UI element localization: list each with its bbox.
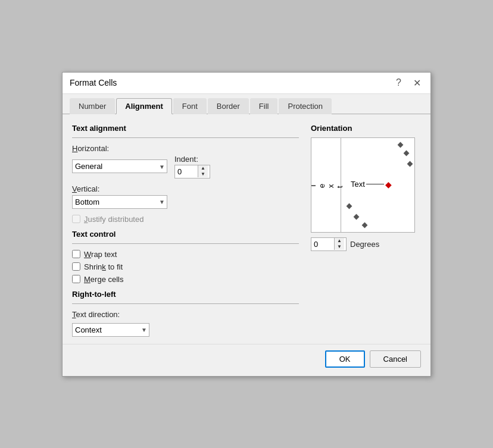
- tab-bar: Number Alignment Font Border Fill Protec…: [63, 94, 430, 114]
- horizontal-select[interactable]: General Left Center Right Fill Justify C…: [72, 159, 167, 173]
- indent-up-button[interactable]: ▲: [198, 165, 208, 171]
- orient-left: Text: [311, 138, 341, 232]
- alignment-divider: [72, 137, 299, 138]
- text-direction-label: Text direction:: [72, 310, 299, 319]
- title-bar: Format Cells ? ✕: [63, 73, 430, 94]
- vertical-select-wrapper: Top Center Bottom Justify Distributed ▼: [72, 195, 167, 209]
- merge-cells-label: Merge cells: [84, 275, 123, 284]
- shrink-to-fit-row: Shrink to fit: [72, 262, 299, 271]
- horizontal-group: Horizontal: General Left Center Right Fi…: [72, 144, 299, 178]
- tab-alignment[interactable]: Alignment: [116, 98, 172, 114]
- horizontal-select-wrapper: General Left Center Right Fill Justify C…: [72, 159, 167, 173]
- title-bar-controls: ? ✕: [394, 77, 423, 89]
- degrees-spinner: ▲ ▼: [311, 237, 347, 251]
- close-button[interactable]: ✕: [411, 77, 423, 89]
- red-diamond-icon: ◆: [385, 180, 392, 189]
- dot-4: [347, 203, 352, 209]
- tab-protection[interactable]: Protection: [279, 98, 332, 114]
- shrink-to-fit-label: Shrink to fit: [84, 262, 123, 271]
- shrink-to-fit-checkbox[interactable]: [72, 262, 80, 271]
- dot-5: [354, 214, 360, 220]
- indent-group: Indent: ▲ ▼: [174, 155, 210, 178]
- indent-spinner-buttons: ▲ ▼: [198, 165, 208, 177]
- text-control-divider: [72, 243, 299, 244]
- text-direction-select[interactable]: Context Left-to-Right Right-to-Left: [72, 323, 149, 337]
- text-line-bar: [366, 184, 384, 184]
- tab-border[interactable]: Border: [208, 98, 249, 114]
- justify-distributed-row: Justify distributed: [72, 215, 299, 224]
- merge-cells-checkbox[interactable]: [72, 275, 80, 283]
- vertical-text-label: Text: [311, 181, 344, 188]
- dot-3: [407, 161, 413, 167]
- text-alignment-title: Text alignment: [72, 124, 299, 133]
- format-cells-dialog: Format Cells ? ✕ Number Alignment Font B…: [62, 72, 431, 377]
- vertical-group: Vertical: Top Center Bottom Justify Dist…: [72, 184, 299, 209]
- orientation-panel: Orientation Text Text ◆: [311, 124, 421, 337]
- tab-font[interactable]: Font: [173, 98, 207, 114]
- vertical-select[interactable]: Top Center Bottom Justify Distributed: [72, 195, 167, 209]
- rtl-title: Right-to-left: [72, 290, 299, 299]
- degrees-up-button[interactable]: ▲: [335, 238, 344, 244]
- rtl-divider: [72, 303, 299, 304]
- orientation-title: Orientation: [311, 124, 421, 133]
- text-control-title: Text control: [72, 230, 299, 239]
- help-button[interactable]: ?: [394, 77, 404, 88]
- cancel-button[interactable]: Cancel: [370, 350, 421, 368]
- dialog-footer: OK Cancel: [63, 344, 430, 376]
- angled-text-line: Text ◆: [351, 180, 392, 189]
- degrees-row: ▲ ▼ Degrees: [311, 237, 421, 251]
- text-direction-select-wrapper: Context Left-to-Right Right-to-Left ▼: [72, 323, 149, 337]
- wrap-text-label: Wrap text: [84, 250, 117, 259]
- tab-content: Text alignment Horizontal: General Left …: [63, 114, 430, 344]
- wrap-text-row: Wrap text: [72, 250, 299, 259]
- dot-2: [404, 150, 410, 156]
- degrees-input[interactable]: [311, 238, 334, 250]
- ok-button[interactable]: OK: [325, 350, 365, 368]
- orientation-box: Text Text ◆: [311, 137, 415, 233]
- degrees-spinner-buttons: ▲ ▼: [334, 238, 344, 250]
- horizontal-select-row: General Left Center Right Fill Justify C…: [72, 155, 299, 178]
- dot-6: [362, 222, 368, 228]
- indent-input[interactable]: [175, 165, 198, 178]
- angled-text-label: Text: [351, 180, 365, 189]
- orient-right: Text ◆: [341, 138, 414, 232]
- degrees-label: Degrees: [350, 240, 379, 249]
- text-control-section: Text control Wrap text Shrink to fit: [72, 230, 299, 284]
- tab-fill[interactable]: Fill: [250, 98, 278, 114]
- indent-down-button[interactable]: ▼: [198, 171, 208, 177]
- degrees-down-button[interactable]: ▼: [335, 244, 344, 250]
- horizontal-label: Horizontal:: [72, 144, 299, 153]
- right-to-left-section: Right-to-left Text direction: Context Le…: [72, 290, 299, 337]
- tab-number[interactable]: Number: [70, 98, 115, 114]
- vertical-label: Vertical:: [72, 184, 299, 193]
- left-panel: Text alignment Horizontal: General Left …: [72, 124, 299, 337]
- indent-label: Indent:: [174, 155, 198, 164]
- wrap-text-checkbox[interactable]: [72, 250, 80, 258]
- indent-spinner: ▲ ▼: [174, 165, 210, 178]
- dialog-title: Format Cells: [70, 78, 117, 87]
- justify-distributed-checkbox[interactable]: [72, 215, 80, 223]
- dot-1: [398, 142, 404, 148]
- merge-cells-row: Merge cells: [72, 275, 299, 284]
- justify-distributed-label: Justify distributed: [84, 215, 143, 224]
